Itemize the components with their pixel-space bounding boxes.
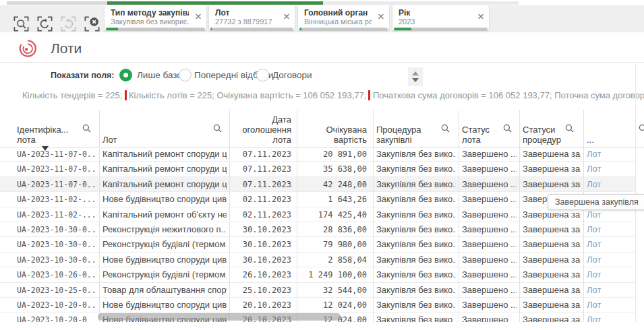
cell-expected_value[interactable]: 1 249 100,00 (299, 267, 367, 282)
cell-lot[interactable]: Нове будівництво споруди цив... (103, 298, 227, 312)
cell-procedure_statuses[interactable]: Завершена закупі... (523, 253, 581, 267)
cell-lot_link[interactable]: Лот (587, 177, 633, 192)
cell-procedure_statuses[interactable]: Завершена закупі... (523, 147, 581, 162)
cell-lot[interactable]: Капітальний ремонт споруди ц... (103, 162, 227, 176)
cell-procedure_statuses[interactable]: Завершена закупі... (523, 222, 581, 237)
radio-option-2[interactable] (179, 69, 192, 81)
filter-chip-3[interactable]: Головний органВінницька міська рада× (298, 5, 389, 30)
column-header-announce_date[interactable]: Датаоголошеннялота (235, 114, 291, 147)
radio-option-1[interactable] (119, 69, 132, 81)
cell-lot_link[interactable]: Лот (587, 237, 633, 252)
cell-procedure[interactable]: Закупівля без вико... (376, 267, 456, 282)
cell-lot_status[interactable]: Завершено ... (462, 267, 517, 282)
cell-procedure[interactable]: Закупівля без вико... (376, 283, 456, 298)
cell-lot_id[interactable]: UA-2023-10-30-0... (17, 222, 96, 237)
filter-chip-1[interactable]: Тип методу закупівліЗакупівля без викори… (105, 5, 206, 30)
cell-expected_value[interactable]: 20 891,00 (299, 147, 367, 162)
cell-expected_value[interactable]: 42 248,00 (299, 177, 367, 192)
cell-procedure[interactable]: Закупівля без вико... (376, 147, 456, 162)
cell-expected_value[interactable]: 12 024,00 (299, 298, 367, 312)
cell-expected_value[interactable]: 32 544,00 (299, 283, 367, 298)
cell-lot_status[interactable]: Завершено ... (462, 283, 517, 298)
cell-announce_date[interactable]: 07.11.2023 (235, 177, 291, 192)
page-hscrollbar-thumb[interactable] (107, 1, 323, 5)
cell-lot_link[interactable]: Лот (587, 283, 633, 298)
cell-lot[interactable]: Реконструкція будівлі (термом... (103, 237, 227, 252)
cell-lot_link[interactable]: Лот (587, 222, 633, 237)
remove-filter-icon[interactable]: × (283, 11, 290, 22)
cell-expected_value[interactable]: 2 858,04 (299, 253, 367, 267)
redo-selection-icon[interactable] (59, 15, 78, 33)
cell-procedure[interactable]: Закупівля без вико... (376, 298, 456, 312)
column-header-lot[interactable]: Лот (103, 114, 227, 147)
search-icon[interactable] (503, 123, 512, 135)
cell-lot_id[interactable]: UA-2023-11-07-0... (17, 177, 96, 192)
cell-lot_id[interactable]: UA-2023-11-07-0... (17, 162, 96, 176)
filter-chip-4[interactable]: Рік2023× (392, 5, 489, 30)
cell-announce_date[interactable]: 25.10.2023 (235, 283, 291, 298)
remove-filter-icon[interactable]: × (195, 11, 202, 22)
cell-procedure_statuses[interactable]: Завершена закупі... (523, 298, 581, 312)
cell-lot[interactable]: Товар для облаштування спору... (103, 283, 227, 298)
selections-search-icon[interactable] (12, 15, 30, 33)
cell-expected_value[interactable]: 79 980,00 (299, 237, 367, 252)
cell-lot_id[interactable]: UA-2023-11-02-... (17, 207, 96, 222)
cell-lot_status[interactable]: Завершено ... (462, 147, 517, 162)
search-icon[interactable] (82, 123, 91, 135)
cell-announce_date[interactable]: 02.11.2023 (235, 207, 291, 222)
cell-lot_id[interactable]: UA-2023-10-25-0... (17, 283, 96, 298)
cell-announce_date[interactable]: 30.10.2023 (235, 222, 291, 237)
cell-lot_id[interactable]: UA-2023-11-07-0... (17, 147, 96, 162)
cell-expected_value[interactable]: 174 425,40 (299, 207, 367, 222)
cell-lot_id[interactable]: UA-2023-10-30-0... (17, 253, 96, 267)
search-icon[interactable] (565, 123, 574, 135)
radio-option-label[interactable]: Договори (272, 70, 312, 80)
cell-lot_status[interactable]: Завершено ... (462, 162, 517, 176)
remove-filter-icon[interactable]: × (378, 11, 384, 22)
cell-lot_status[interactable]: Завершено ... (462, 253, 517, 267)
cell-announce_date[interactable]: 02.11.2023 (235, 192, 291, 207)
spinner-down-icon[interactable] (412, 78, 419, 82)
cell-lot[interactable]: Реконструкція будівлі (термом... (103, 267, 227, 282)
cell-lot_status[interactable]: Завершено ... (462, 192, 517, 207)
cell-lot[interactable]: Капітальний ремонт споруди ц... (103, 177, 227, 192)
cell-lot_id[interactable]: UA-2023-10-20-0... (17, 298, 96, 312)
remove-filter-icon[interactable]: × (477, 11, 484, 22)
cell-lot_link[interactable]: Лот (587, 147, 633, 162)
cell-announce_date[interactable]: 26.10.2023 (235, 267, 291, 282)
cell-procedure[interactable]: Закупівля без вико... (376, 192, 456, 207)
cell-lot[interactable]: Капітальний ремонт споруди ц... (103, 147, 227, 162)
search-icon[interactable] (639, 123, 644, 135)
cell-lot_id[interactable]: UA-2023-11-02-... (17, 192, 96, 207)
cell-expected_value[interactable]: 35 638,00 (299, 162, 367, 176)
cell-lot_status[interactable]: Завершено ... (462, 237, 517, 252)
cell-procedure[interactable]: Закупівля без вико... (376, 207, 456, 222)
cell-procedure[interactable]: Закупівля без вико... (376, 177, 456, 192)
cell-lot_link[interactable]: Лот (587, 267, 633, 282)
cell-procedure[interactable]: Закупівля без вико... (376, 253, 456, 267)
cell-lot_status[interactable]: Завершено ... (462, 177, 517, 192)
cell-lot_link[interactable]: Лот (587, 162, 633, 176)
cell-lot_link[interactable]: Лот (587, 253, 633, 267)
table-hscrollbar-thumb[interactable] (98, 313, 341, 321)
cell-expected_value[interactable]: 1 643,26 (299, 192, 367, 207)
cell-lot[interactable]: Нове будівництво споруди цив... (103, 253, 227, 267)
column-header-lot_link[interactable]: ... (587, 114, 633, 147)
cell-lot_id[interactable]: UA-2023-10-30-0... (17, 237, 96, 252)
undo-selection-icon[interactable] (36, 15, 54, 33)
cell-announce_date[interactable]: 07.11.2023 (235, 147, 291, 162)
search-icon[interactable] (213, 123, 222, 135)
column-header-expected_value[interactable]: Очікуванавартість (299, 114, 367, 147)
cell-procedure_statuses[interactable]: Завершена закупі... (523, 162, 581, 176)
cell-lot_status[interactable]: Завершено ... (462, 298, 517, 312)
cell-lot[interactable]: Реконструкція нежитлового п... (103, 222, 227, 237)
cell-procedure[interactable]: Закупівля без вико... (376, 222, 456, 237)
cell-procedure[interactable]: Закупівля без вико... (376, 237, 456, 252)
spinner-up-icon[interactable] (412, 71, 419, 75)
cell-announce_date[interactable]: 30.10.2023 (235, 253, 291, 267)
search-icon[interactable] (441, 123, 450, 135)
clear-selections-icon[interactable] (83, 15, 101, 33)
cell-lot[interactable]: Капітальний ремонт об'єкту не... (103, 207, 227, 222)
cell-announce_date[interactable]: 30.10.2023 (235, 237, 291, 252)
filter-chip-2[interactable]: Лот27732 з 8879917× (209, 5, 295, 30)
